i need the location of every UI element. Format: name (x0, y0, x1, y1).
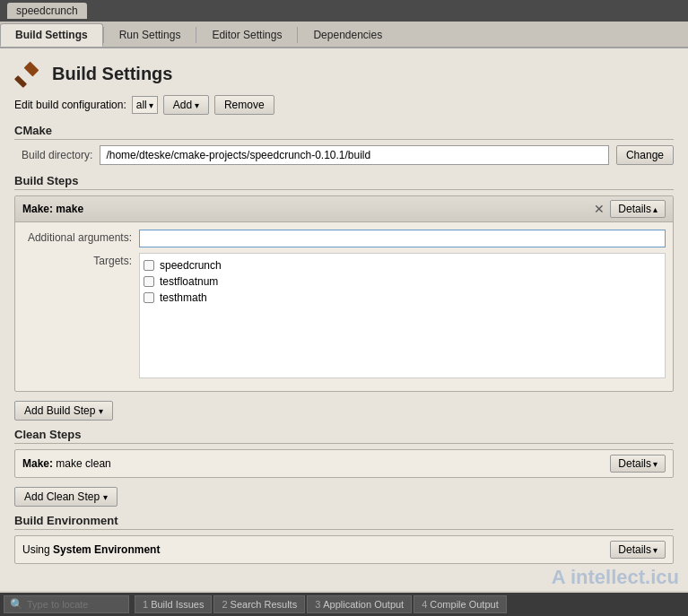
target-label-testhmath: testhmath (160, 291, 207, 304)
env-description: Using System Environment (22, 543, 160, 556)
build-step-make: Make: make ✕ Details Additional argument… (14, 195, 674, 392)
build-step-header: Make: make ✕ Details (15, 196, 673, 222)
target-item-speedcrunch: speedcrunch (144, 257, 661, 273)
target-checkbox-testhmath[interactable] (144, 292, 154, 303)
remove-button[interactable]: Remove (214, 95, 274, 115)
clean-step-header: Make: make clean Details (15, 450, 673, 477)
status-tab-label-2: Search Results (231, 599, 298, 610)
page-title: Build Settings (52, 64, 172, 84)
build-step-content: Additional arguments: Targets: speedcrun… (15, 222, 673, 391)
build-steps-section: Build Steps Make: make ✕ Details Additio… (14, 174, 674, 421)
status-search-input[interactable] (27, 599, 117, 610)
clean-step-title: Make: make clean (22, 457, 111, 470)
target-checkbox-testfloatnum[interactable] (144, 276, 154, 287)
svg-rect-0 (24, 62, 39, 77)
status-tab-label-1: Build Issues (151, 599, 204, 610)
config-row: Edit build configuration: all Add Remove (14, 95, 674, 115)
clean-step-title-text: Make: (22, 457, 53, 470)
targets-list: speedcrunch testfloatnum testhmath (139, 253, 666, 378)
status-tab-num-4: 4 (422, 599, 427, 610)
add-clean-step-button[interactable]: Add Clean Step (14, 487, 118, 507)
build-environment-section: Build Environment Using System Environme… (14, 514, 674, 564)
add-build-step-label: Add Build Step (24, 404, 95, 417)
build-step-controls: ✕ Details (592, 200, 666, 218)
args-row: Additional arguments: (22, 230, 666, 247)
config-label: Edit build configuration: (14, 99, 126, 111)
status-tab-label-3: Application Output (323, 599, 404, 610)
status-tab-build-issues[interactable]: 1 Build Issues (135, 595, 212, 613)
add-clean-step-label: Add Clean Step (24, 490, 100, 503)
status-tabs: 1 Build Issues 2 Search Results 3 Applic… (135, 595, 507, 613)
svg-rect-1 (14, 75, 27, 88)
env-box: Using System Environment Details (14, 535, 674, 564)
add-button[interactable]: Add (163, 95, 209, 115)
clean-step-make: Make: make clean Details (14, 449, 674, 478)
search-icon: 🔍 (10, 598, 23, 611)
build-step-close-button[interactable]: ✕ (592, 202, 606, 216)
target-checkbox-speedcrunch[interactable] (144, 260, 154, 271)
status-tab-search-results[interactable]: 2 Search Results (213, 595, 305, 613)
add-build-step-button[interactable]: Add Build Step (14, 401, 113, 421)
clean-steps-header: Clean Steps (14, 428, 674, 444)
tab-build-settings[interactable]: Build Settings (0, 23, 103, 47)
hammer-icon (14, 59, 43, 88)
args-label: Additional arguments: (22, 230, 139, 244)
clean-step-command: make clean (56, 457, 110, 470)
cmake-section-header: CMake (14, 124, 674, 140)
targets-row: Targets: speedcrunch testfloatnum tes (22, 253, 666, 378)
status-search: 🔍 (4, 595, 129, 613)
target-item-testhmath: testhmath (144, 290, 661, 306)
status-tab-num-3: 3 (315, 599, 320, 610)
page-header: Build Settings (14, 59, 674, 88)
build-steps-header: Build Steps (14, 174, 674, 190)
args-value (139, 230, 666, 247)
build-step-title: Make: make (22, 203, 83, 215)
tab-editor-settings[interactable]: Editor Settings (196, 23, 297, 47)
build-step-command: make (56, 203, 83, 215)
config-select[interactable]: all (132, 96, 158, 114)
args-input[interactable] (139, 230, 666, 247)
env-desc-text: Using (22, 543, 50, 556)
build-step-details-button[interactable]: Details (610, 200, 666, 218)
env-header: Using System Environment Details (15, 536, 673, 563)
main-content: Build Settings Edit build configuration:… (0, 48, 688, 591)
target-item-testfloatnum: testfloatnum (144, 273, 661, 290)
tab-dependencies[interactable]: Dependencies (298, 23, 397, 47)
status-bar: 🔍 1 Build Issues 2 Search Results 3 Appl… (0, 593, 688, 616)
cmake-row: Build directory: Change (22, 145, 674, 165)
clean-step-details-button[interactable]: Details (610, 455, 666, 473)
build-step-title-text: Make: (22, 203, 53, 215)
config-value: all (136, 99, 147, 111)
change-button[interactable]: Change (616, 145, 674, 165)
build-environment-header: Build Environment (14, 514, 674, 530)
status-tab-num-1: 1 (143, 599, 148, 610)
clean-steps-section: Clean Steps Make: make clean Details Add… (14, 428, 674, 507)
status-tab-compile-output[interactable]: 4 Compile Output (414, 595, 507, 613)
tab-run-settings[interactable]: Run Settings (104, 23, 196, 47)
status-tab-app-output[interactable]: 3 Application Output (307, 595, 412, 613)
target-label-speedcrunch: speedcrunch (160, 259, 222, 272)
targets-label: Targets: (22, 253, 139, 267)
app-tab[interactable]: speedcrunch (7, 3, 87, 19)
env-system-label: System Environment (53, 543, 160, 556)
status-tab-num-2: 2 (222, 599, 227, 610)
build-dir-label: Build directory: (22, 149, 92, 161)
title-bar: speedcrunch (0, 0, 688, 22)
target-label-testfloatnum: testfloatnum (160, 275, 218, 288)
build-dir-input[interactable] (100, 145, 609, 165)
nav-tabs: Build Settings Run Settings Editor Setti… (0, 22, 688, 48)
status-tab-label-4: Compile Output (430, 599, 498, 610)
env-details-button[interactable]: Details (610, 541, 666, 559)
cmake-section: CMake Build directory: Change (14, 124, 674, 165)
